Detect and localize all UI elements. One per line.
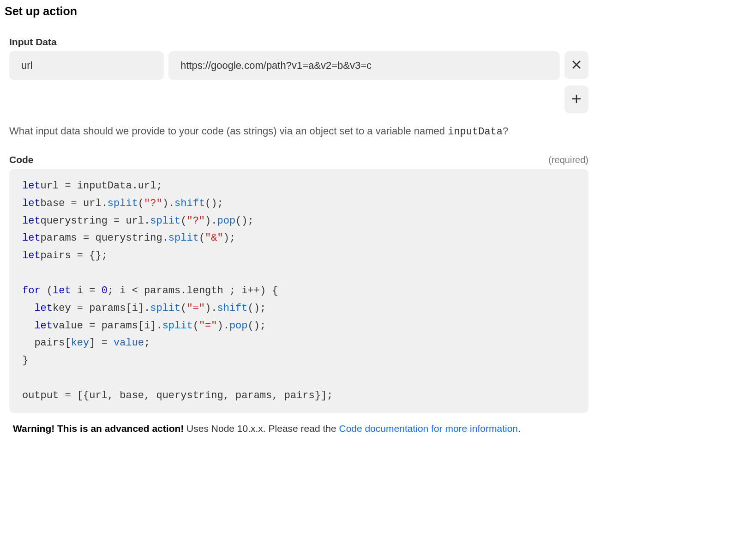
page-title: Set up action bbox=[5, 5, 588, 18]
warning-text: Warning! This is an advanced action! Use… bbox=[5, 421, 588, 436]
plus-icon bbox=[571, 93, 582, 106]
code-editor[interactable]: leturl = inputData.url; letbase = url.sp… bbox=[9, 169, 588, 413]
input-data-row bbox=[5, 51, 588, 80]
required-label: (required) bbox=[548, 155, 588, 165]
add-row-button[interactable] bbox=[564, 85, 588, 113]
input-data-label: Input Data bbox=[5, 36, 588, 48]
remove-row-button[interactable] bbox=[564, 51, 588, 79]
code-label: Code bbox=[9, 154, 34, 165]
close-icon bbox=[571, 59, 582, 72]
code-docs-link[interactable]: Code documentation for more information bbox=[339, 423, 518, 434]
helper-text: What input data should we provide to you… bbox=[5, 123, 588, 139]
input-key-field[interactable] bbox=[9, 51, 164, 80]
input-value-field[interactable] bbox=[168, 51, 560, 80]
